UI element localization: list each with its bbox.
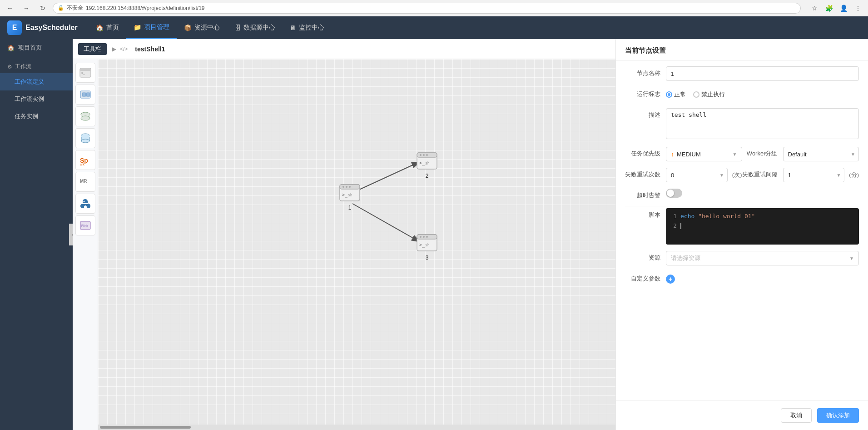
cancel-button[interactable]: 取消 <box>781 408 812 423</box>
tool-flink[interactable]: Flink <box>75 215 95 235</box>
workflow-section-icon: ⚙ <box>7 64 12 70</box>
run-flag-normal[interactable]: 正常 <box>666 90 686 99</box>
sidebar-collapse-icon: ‹ <box>72 232 73 237</box>
nav-monitor-label: 监控中心 <box>299 24 324 32</box>
sidebar-item-workflow-instance[interactable]: 工作流实例 <box>0 90 73 108</box>
code-line-2-content <box>680 221 681 231</box>
timeout-toggle[interactable] <box>666 189 682 198</box>
flow-node-3[interactable]: >_ sh 3 <box>416 232 438 261</box>
bookmark-button[interactable]: ☆ <box>808 2 821 15</box>
project-home-icon: 🏠 <box>7 45 15 51</box>
priority-select[interactable]: ↑ MEDIUM ▼ <box>666 147 742 161</box>
flow-node-1[interactable]: >_ sh 1 <box>339 182 361 211</box>
tool-sql[interactable] <box>75 128 95 148</box>
run-flag-label: 运行标志 <box>625 87 666 98</box>
svg-text:MR: MR <box>80 179 87 184</box>
node-name-input[interactable] <box>666 66 859 81</box>
svg-text:>_: >_ <box>419 242 425 248</box>
browser-chrome: ← → ↻ 🔓 不安全 192.168.220.154:8888/#/proje… <box>0 0 868 16</box>
resource-select[interactable]: 请选择资源 ▼ <box>666 251 859 265</box>
back-button[interactable]: ← <box>4 2 16 15</box>
code-line-2: 2 <box>670 221 855 231</box>
workflow-canvas[interactable]: >_ sh 1 <box>98 59 615 430</box>
tool-python[interactable] <box>75 194 95 214</box>
timeout-alert-control <box>666 189 859 198</box>
tool-mr[interactable]: MR <box>75 172 95 192</box>
datasource-nav-icon: 🗄 <box>234 24 241 31</box>
scrollbar-thumb[interactable] <box>100 426 191 429</box>
main-canvas-wrapper: 工具栏 ▶ </> testShell1 >_ <box>73 39 615 430</box>
script-row: 脚本 1 echo "hello world 01" <box>625 208 859 245</box>
fail-retry-count-unit: (次) <box>732 171 742 179</box>
run-flag-normal-label: 正常 <box>674 90 686 99</box>
svg-point-40 <box>423 236 425 238</box>
sidebar-workflow-def-label: 工作流定义 <box>15 78 44 86</box>
sidebar-collapse-button[interactable]: ‹ <box>69 224 73 245</box>
logo-icon: E <box>7 20 22 35</box>
nav-resource-label: 资源中心 <box>194 24 220 32</box>
extensions-button[interactable]: 🧩 <box>823 2 835 15</box>
description-control: test shell <box>666 108 859 140</box>
tool-panel: >_ <box>73 59 98 430</box>
sidebar-section-workflow: ⚙ 工作流 <box>0 56 73 73</box>
nav-datasource[interactable]: 🗄 数据源中心 <box>227 16 283 39</box>
priority-up-icon: ↑ <box>671 150 674 158</box>
canvas-inner: >_ sh 1 <box>98 59 615 430</box>
add-param-button[interactable]: + <box>666 275 675 284</box>
node-name-label: 节点名称 <box>625 66 666 77</box>
workflow-name: testShell1 <box>135 45 165 53</box>
svg-text:Flink: Flink <box>81 224 88 227</box>
forward-button[interactable]: → <box>20 2 33 15</box>
menu-button[interactable]: ⋮ <box>852 2 864 15</box>
nav-project[interactable]: 📁 项目管理 <box>126 16 177 39</box>
canvas-scrollbar[interactable] <box>98 425 615 430</box>
sidebar-item-workflow-def[interactable]: 工作流定义 <box>0 73 73 90</box>
tool-procedure[interactable] <box>75 106 95 126</box>
tool-shell[interactable]: >_ <box>75 63 95 83</box>
procedure-tool-icon <box>79 110 92 123</box>
shell-node-icon-1: >_ sh <box>339 182 361 204</box>
nav-monitor[interactable]: 🖥 监控中心 <box>283 16 332 39</box>
fail-retry-count-label: 失败重试次数 <box>625 168 666 179</box>
run-flag-radio-group: 正常 禁止执行 <box>666 87 859 102</box>
radio-normal-dot <box>666 91 672 98</box>
url-text: 192.168.220.154:8888/#/projects/definiti… <box>86 5 205 11</box>
svg-point-39 <box>420 236 422 238</box>
run-flag-disabled-label: 禁止执行 <box>701 90 725 99</box>
project-nav-icon: 📁 <box>134 24 141 31</box>
account-button[interactable]: 👤 <box>837 2 850 15</box>
canvas-toolbar: 工具栏 ▶ </> testShell1 <box>73 39 615 59</box>
fail-retry-count-select[interactable]: 0 <box>666 168 728 182</box>
code-editor[interactable]: 1 echo "hello world 01" 2 <box>666 208 859 245</box>
address-bar[interactable]: 🔓 不安全 192.168.220.154:8888/#/projects/de… <box>53 3 801 14</box>
tool-subprocess[interactable] <box>75 85 95 105</box>
shell-node-icon-3: >_ sh <box>416 232 438 254</box>
toggle-thumb <box>667 190 674 197</box>
nav-resource[interactable]: 📦 资源中心 <box>177 16 227 39</box>
svg-point-27 <box>349 186 351 188</box>
sidebar-item-project-home[interactable]: 🏠 项目首页 <box>0 39 73 56</box>
resource-row: 资源 请选择资源 ▼ <box>625 251 859 265</box>
svg-point-25 <box>342 186 344 188</box>
svg-point-33 <box>423 154 425 156</box>
run-flag-disabled[interactable]: 禁止执行 <box>693 90 725 99</box>
svg-text:>_: >_ <box>419 160 425 166</box>
tool-spark[interactable]: Sp ark <box>75 150 95 170</box>
sidebar-task-instance-label: 任务实例 <box>15 112 38 120</box>
fail-retry-interval-select[interactable]: 1 <box>783 168 845 182</box>
code-line-1: 1 echo "hello world 01" <box>670 212 855 221</box>
fail-retry-count-control: 0 ▼ (次) <box>666 168 742 182</box>
flow-node-2[interactable]: >_ sh 2 <box>416 150 438 179</box>
shell-node-icon-2: >_ sh <box>416 150 438 172</box>
sidebar-item-task-instance[interactable]: 任务实例 <box>0 108 73 125</box>
fail-retry-count-select-wrap: 0 ▼ <box>666 168 728 182</box>
worker-group-select[interactable]: Default <box>783 147 859 161</box>
logo-area: E EasyScheduler <box>7 20 78 35</box>
node-2-label: 2 <box>426 173 429 179</box>
reload-button[interactable]: ↻ <box>36 2 49 15</box>
description-textarea[interactable]: test shell <box>666 108 859 139</box>
confirm-button[interactable]: 确认添加 <box>817 408 859 423</box>
nav-home[interactable]: 🏠 首页 <box>89 16 126 39</box>
task-priority-control: ↑ MEDIUM ▼ <box>666 147 742 161</box>
fail-retry-interval-control: 1 ▼ (分) <box>783 168 859 182</box>
